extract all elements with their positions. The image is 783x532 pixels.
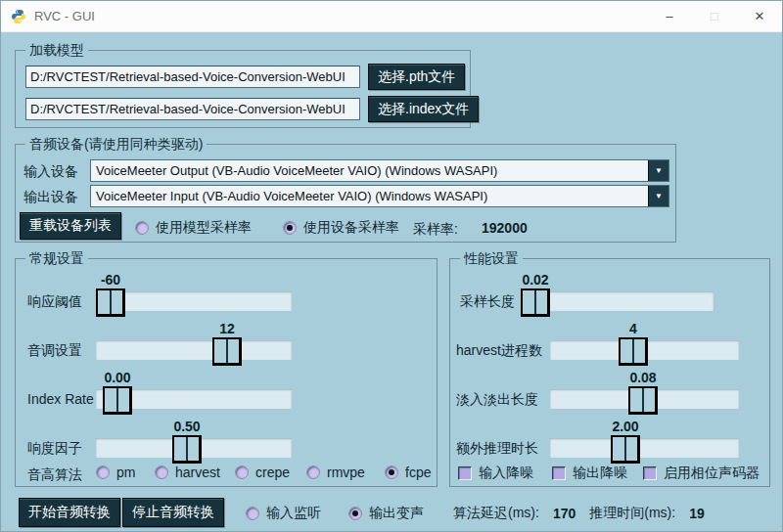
index-rate-label: Index Rate [27,391,94,407]
slider-thumb[interactable] [628,386,658,415]
pm-radio[interactable] [96,466,110,479]
infer-time-label: 推理时间(ms): [589,505,675,522]
loudness-slider[interactable]: 0.50 [96,419,292,466]
input-denoise-option[interactable]: 输入降噪 [458,465,533,482]
threshold-slider[interactable]: -60 [96,272,292,319]
use-device-sr-option[interactable]: 使用设备采样率 [283,219,399,237]
general-settings-group-title: 常规设置 [25,250,88,268]
pm-label: pm [116,465,135,480]
output-denoise-label: 输出降噪 [573,465,627,482]
title-bar: RVC - GUI – □ ✕ [1,1,782,32]
rmvpe-radio[interactable] [306,466,320,479]
slider-track[interactable] [550,438,739,458]
sample-rate-label: 采样率: [413,221,458,239]
output-voice-option[interactable]: 输出变声 [348,505,424,522]
audio-device-group: 音频设备(请使用同种类驱动) 输入设备 VoiceMeeter Output (… [15,144,676,243]
index-path-field[interactable]: D:/RVCTEST/Retrieval-based-Voice-Convers… [25,98,360,120]
status-bar: 算法延迟(ms): 170 推理时间(ms): 19 [453,505,705,522]
crepe-option[interactable]: crepe [235,465,290,480]
slider-thumb[interactable] [212,337,242,366]
pth-path-field[interactable]: D:/RVCTEST/Retrieval-based-Voice-Convers… [25,66,360,88]
slider-thumb[interactable] [521,288,550,317]
chevron-down-icon[interactable]: ▼ [648,186,668,206]
loudness-label: 响度因子 [27,440,82,458]
load-model-group-title: 加载模型 [25,42,88,60]
close-button[interactable]: ✕ [737,1,782,31]
input-monitor-option[interactable]: 输入监听 [246,505,321,522]
crossfade-slider[interactable]: 0.08 [550,370,739,417]
output-device-value: VoiceMeeter Input (VB-Audio VoiceMeeter … [91,186,648,206]
output-device-label: 输出设备 [23,189,78,206]
output-device-select[interactable]: VoiceMeeter Input (VB-Audio VoiceMeeter … [90,185,669,207]
input-monitor-label: 输入监听 [266,505,321,522]
sample-rate-value: 192000 [482,220,528,236]
input-denoise-label: 输入降噪 [479,465,533,482]
harvest-threads-slider[interactable]: 4 [550,321,739,368]
output-denoise-checkbox[interactable] [552,466,566,480]
window-controls: – □ ✕ [647,1,782,31]
phase-vocoder-checkbox[interactable] [643,466,657,480]
harvest-radio[interactable] [155,466,168,479]
harvest-option[interactable]: harvest [155,465,220,480]
reload-devices-button[interactable]: 重载设备列表 [20,212,121,240]
minimize-button[interactable]: – [647,1,692,31]
threshold-value: -60 [81,272,140,288]
block-time-value: 0.02 [506,272,565,288]
latency-label: 算法延迟(ms): [453,505,539,522]
extra-time-value: 2.00 [596,419,655,434]
pitch-value: 12 [198,321,256,336]
use-model-sr-option[interactable]: 使用模型采样率 [135,219,252,237]
infer-time-value: 19 [689,506,705,521]
slider-thumb[interactable] [103,386,132,415]
slider-thumb[interactable] [611,435,640,464]
crossfade-label: 淡入淡出长度 [456,391,538,409]
performance-settings-group: 性能设置 采样长度 0.02 harvest进程数 4 淡入淡出长度 0.08 … [449,258,770,487]
crepe-radio[interactable] [235,466,249,479]
fcpe-option[interactable]: fcpe [385,465,431,480]
audio-device-group-title: 音频设备(请使用同种类驱动) [25,136,207,154]
fcpe-radio[interactable] [385,466,398,479]
input-device-select[interactable]: VoiceMeeter Output (VB-Audio VoiceMeeter… [90,159,669,182]
select-pth-button[interactable]: 选择.pth文件 [368,64,465,90]
window-title: RVC - GUI [34,9,95,23]
slider-track[interactable] [96,291,292,311]
output-denoise-option[interactable]: 输出降噪 [552,465,627,482]
phase-vocoder-option[interactable]: 启用相位声码器 [643,465,760,482]
pm-option[interactable]: pm [96,465,135,480]
rmvpe-option[interactable]: rmvpe [306,465,365,480]
slider-thumb[interactable] [96,288,125,317]
load-model-group: 加载模型 D:/RVCTEST/Retrieval-based-Voice-Co… [15,50,471,128]
maximize-button[interactable]: □ [692,1,737,31]
fcpe-label: fcpe [405,465,431,480]
input-device-label: 输入设备 [23,163,78,181]
stop-conversion-button[interactable]: 停止音频转换 [122,498,224,527]
use-model-sr-radio[interactable] [135,221,149,235]
general-settings-group: 常规设置 响应阈值 -60 音调设置 12 Index Rate 0.00 响度… [15,258,438,487]
extra-time-slider[interactable]: 2.00 [550,419,739,466]
crossfade-value: 0.08 [614,370,672,385]
use-model-sr-label: 使用模型采样率 [156,219,252,237]
select-index-button[interactable]: 选择.index文件 [368,96,479,122]
start-conversion-button[interactable]: 开始音频转换 [19,498,120,527]
output-voice-label: 输出变声 [369,505,424,522]
extra-time-label: 额外推理时长 [456,440,538,458]
pitch-algo-label: 音高算法 [27,466,82,484]
slider-thumb[interactable] [172,435,202,464]
use-device-sr-label: 使用设备采样率 [303,219,399,237]
input-denoise-checkbox[interactable] [458,466,472,480]
pitch-label: 音调设置 [27,342,82,360]
index-rate-slider[interactable]: 0.00 [96,370,292,417]
slider-track[interactable] [96,340,292,360]
block-time-slider[interactable]: 0.02 [521,272,714,319]
output-voice-radio[interactable] [348,507,362,520]
input-monitor-radio[interactable] [246,507,259,520]
loudness-value: 0.50 [158,419,216,434]
use-device-sr-radio[interactable] [283,221,297,235]
threshold-label: 响应阈值 [27,293,82,311]
chevron-down-icon[interactable]: ▼ [648,160,668,181]
rmvpe-label: rmvpe [327,465,365,480]
index-rate-value: 0.00 [88,370,147,385]
phase-vocoder-label: 启用相位声码器 [664,465,760,482]
pitch-slider[interactable]: 12 [96,321,292,368]
slider-thumb[interactable] [619,337,648,366]
